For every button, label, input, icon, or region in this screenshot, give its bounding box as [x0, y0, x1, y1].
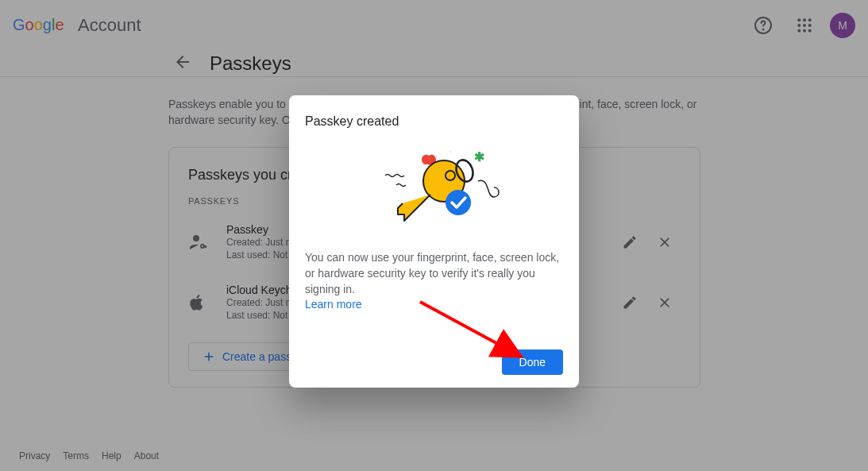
modal-actions: Done — [305, 349, 563, 375]
done-button[interactable]: Done — [502, 349, 563, 375]
modal-scrim[interactable]: Passkey created ✱ — [0, 0, 868, 471]
svg-point-20 — [446, 190, 471, 215]
modal-body: You can now use your fingerprint, face, … — [305, 249, 563, 297]
key-illustration: ✱ — [305, 141, 563, 237]
modal-learn-more-link[interactable]: Learn more — [305, 298, 362, 311]
svg-line-21 — [420, 302, 515, 353]
passkey-created-modal: Passkey created ✱ — [289, 95, 579, 388]
modal-title: Passkey created — [305, 114, 563, 129]
svg-text:✱: ✱ — [474, 150, 484, 164]
svg-point-15 — [449, 151, 451, 152]
svg-point-16 — [398, 200, 399, 202]
